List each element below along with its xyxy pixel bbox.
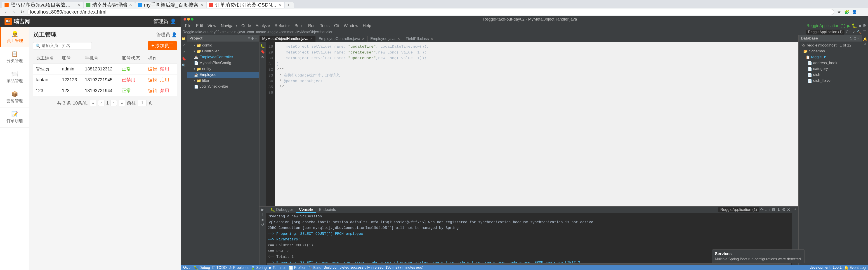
prev-page-btn[interactable]: ‹ bbox=[98, 100, 104, 106]
db-settings-btn[interactable]: ⚙ bbox=[853, 36, 857, 41]
editor-tab[interactable]: MyMetaObjectHandler.java ✕ bbox=[259, 36, 316, 42]
sidebar-item-dish[interactable]: 🍽️ 菜品管理 bbox=[0, 67, 29, 88]
rerun-btn[interactable]: ↺ bbox=[261, 223, 264, 227]
editor-tab-close[interactable]: ✕ bbox=[362, 37, 365, 41]
debug-tab-console[interactable]: Console bbox=[296, 207, 315, 213]
menu-code[interactable]: Code bbox=[239, 23, 253, 29]
editor-tab[interactable]: Employee.java ✕ bbox=[368, 36, 403, 42]
browser-tab-2[interactable]: 瑞幸外卖管理端 ✕ bbox=[84, 2, 135, 8]
find-tab[interactable]: 🔍 bbox=[182, 62, 186, 69]
bookmarks-tab[interactable]: 🔖 bbox=[182, 55, 186, 62]
browser-tab-1[interactable]: 黑马程序员Java项目实战《瑞幸》... ✕ bbox=[2, 2, 83, 8]
maximize-debug-btn[interactable]: ⤢ bbox=[794, 207, 797, 211]
resume-btn[interactable]: ▶ bbox=[261, 207, 264, 212]
layout-btn[interactable]: ☰ bbox=[863, 30, 866, 34]
database-item[interactable]: 🔌 reggie@localhost : 1 of 12 bbox=[799, 42, 862, 48]
file-tree-item[interactable]: 📄 LoginCheckFilter bbox=[187, 83, 259, 90]
page-input[interactable] bbox=[138, 100, 147, 106]
spring-status[interactable]: 🍃 Spring bbox=[251, 266, 267, 270]
debug-tab-endpoints[interactable]: Endpoints bbox=[316, 207, 339, 213]
edit-link[interactable]: 编辑 bbox=[148, 66, 157, 71]
browser-tab-3[interactable]: my手脚架后端_百度搜索 ✕ bbox=[135, 2, 206, 8]
debug-gutter-icon[interactable]: 🐛 bbox=[260, 44, 265, 48]
menu-window[interactable]: Window bbox=[342, 23, 361, 29]
database-item[interactable]: 📄 category bbox=[799, 66, 862, 72]
back-btn[interactable]: ‹ bbox=[3, 9, 9, 15]
todo-status[interactable]: ☑ TODO bbox=[212, 266, 227, 270]
sidebar-item-order[interactable]: 📝 订单明细 bbox=[0, 107, 29, 128]
new-tab-btn[interactable]: + bbox=[285, 2, 293, 8]
close-window-btn[interactable] bbox=[184, 18, 186, 21]
scroll-end-btn[interactable]: ⬇ bbox=[777, 207, 780, 212]
menu-navigate[interactable]: Navigate bbox=[219, 23, 239, 29]
tab-close-1[interactable]: ✕ bbox=[77, 2, 81, 7]
problems-status[interactable]: ⚠ Problems bbox=[229, 266, 248, 270]
editor-tab-close[interactable]: ✕ bbox=[310, 37, 313, 41]
bookmark-gutter-icon[interactable]: 🔖 bbox=[260, 49, 265, 54]
browser-tab-4[interactable]: 订单消费/饥引沧桑-CSDN... ✕ bbox=[207, 2, 284, 8]
watch-gutter-icon[interactable]: 👁 bbox=[261, 55, 265, 59]
structure-tab[interactable]: 🗂 bbox=[182, 49, 186, 55]
file-tree-item[interactable]: ▼ 📁 Controller bbox=[187, 48, 259, 54]
profiler-status[interactable]: 📊 Profiler bbox=[289, 266, 306, 270]
file-tree-item[interactable]: ▼ 📁 config bbox=[187, 42, 259, 48]
database-item[interactable]: 📋 reggie ▼ bbox=[799, 54, 862, 60]
database-item[interactable]: 📄 dish_flavor bbox=[799, 78, 862, 83]
address-bar[interactable]: localhost:8080/backend/index.html bbox=[27, 9, 834, 15]
menu-help[interactable]: Help bbox=[361, 23, 373, 29]
file-tree-item[interactable]: ☕ EmployeeController bbox=[187, 54, 259, 60]
maximize-window-btn[interactable] bbox=[191, 18, 193, 21]
git-status[interactable]: Git ✓ bbox=[183, 266, 191, 270]
settings-button[interactable]: ⚙ bbox=[863, 23, 866, 28]
tab-close-4[interactable]: ✕ bbox=[278, 2, 281, 7]
debug-scrollbar[interactable] bbox=[267, 263, 791, 265]
toggle-status-link[interactable]: 禁用 bbox=[160, 88, 169, 93]
forward-btn[interactable]: › bbox=[11, 9, 17, 15]
pause-btn[interactable]: ⏸ bbox=[261, 213, 265, 217]
sidebar-item-employee[interactable]: 👷 员工管理 bbox=[0, 27, 29, 47]
line-col-status[interactable]: 100:1 bbox=[833, 266, 842, 270]
debug-run-button[interactable]: 🐛 bbox=[851, 23, 857, 28]
collapse-all-btn[interactable]: ≡ bbox=[248, 36, 250, 41]
minimize-window-btn[interactable] bbox=[187, 18, 190, 21]
sidebar-item-category[interactable]: 📋 分类管理 bbox=[0, 47, 29, 67]
database-item[interactable]: 📄 address_book bbox=[799, 60, 862, 66]
search-box[interactable]: 🔍 bbox=[33, 42, 92, 49]
build-status[interactable]: 🔨 Build bbox=[308, 266, 321, 270]
menu-edit[interactable]: Edit bbox=[194, 23, 205, 29]
menu-tools[interactable]: Tools bbox=[318, 23, 332, 29]
step-into-btn[interactable]: ↓ bbox=[765, 207, 767, 212]
extensions-btn[interactable]: 🧩 bbox=[844, 9, 850, 15]
sidebar-item-setmeal[interactable]: 📦 套餐管理 bbox=[0, 88, 29, 107]
settings-panel-btn[interactable]: ⚙ bbox=[251, 36, 254, 41]
close-debug-btn[interactable]: ✕ bbox=[787, 207, 790, 212]
database-item[interactable]: 📄 dish bbox=[799, 72, 862, 78]
reload-btn[interactable]: ↻ bbox=[19, 9, 25, 15]
editor-tab-close[interactable]: ✕ bbox=[431, 37, 433, 41]
commit-tab[interactable]: ✓ bbox=[182, 42, 185, 49]
stop-button[interactable]: ■ bbox=[859, 23, 861, 28]
menu-view[interactable]: View bbox=[205, 23, 219, 29]
encoding-status[interactable]: development bbox=[810, 266, 831, 270]
terminal-status[interactable]: ▶ Terminal bbox=[269, 266, 286, 270]
menu-run[interactable]: Run bbox=[306, 23, 318, 29]
db-refresh-btn[interactable]: ↻ bbox=[849, 36, 852, 41]
edit-link[interactable]: 编辑 bbox=[148, 77, 157, 82]
tab-close-2[interactable]: ✕ bbox=[129, 2, 132, 7]
menu-git[interactable]: Git bbox=[332, 23, 342, 29]
menu-file[interactable]: File bbox=[183, 23, 194, 29]
file-tree-item[interactable]: 📄 MybatisPlusConfig bbox=[187, 60, 259, 66]
minimize-panel-btn[interactable]: − bbox=[255, 36, 257, 41]
bookmark-btn[interactable]: ★ bbox=[836, 9, 842, 15]
db-minimize-btn[interactable]: − bbox=[857, 36, 860, 41]
build-btn[interactable]: 🔨 bbox=[857, 30, 862, 35]
step-out-btn[interactable]: ↑ bbox=[768, 207, 770, 212]
menu-btn[interactable]: ⋮ bbox=[859, 9, 865, 15]
project-tab[interactable]: 📁 bbox=[182, 35, 186, 42]
menu-refactor[interactable]: Refactor bbox=[272, 23, 292, 29]
editor-tab-close[interactable]: ✕ bbox=[397, 37, 400, 41]
debug-status[interactable]: 🐛 Debug bbox=[194, 266, 210, 270]
event-log-status[interactable]: 🔔 Event Log bbox=[844, 266, 866, 270]
menu-build[interactable]: Build bbox=[292, 23, 306, 29]
last-page-btn[interactable]: » bbox=[119, 100, 125, 106]
